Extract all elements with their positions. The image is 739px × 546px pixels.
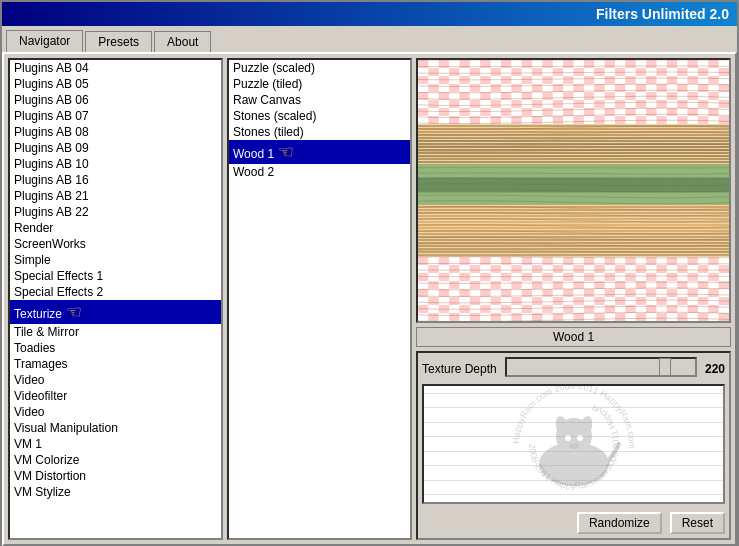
sidebar-item[interactable]: VM Stylize bbox=[10, 484, 221, 500]
sidebar-panel: Plugins AB 04Plugins AB 05Plugins AB 06P… bbox=[8, 58, 223, 540]
texture-depth-slider[interactable] bbox=[505, 357, 697, 377]
filter-list-item[interactable]: Puzzle (scaled) bbox=[229, 60, 410, 76]
sidebar-item[interactable]: Render bbox=[10, 220, 221, 236]
sidebar-item[interactable]: ScreenWorks bbox=[10, 236, 221, 252]
filter-list-item[interactable]: Stones (tiled) bbox=[229, 124, 410, 140]
app-title: Filters Unlimited 2.0 bbox=[596, 6, 729, 22]
slider-container bbox=[505, 357, 697, 380]
svg-text:2008-2011 HappyRam.com 2008-20: 2008-2011 HappyRam.com 2008-2011 HappyR bbox=[526, 402, 620, 491]
sidebar-item[interactable]: VM 1 bbox=[10, 436, 221, 452]
title-bar: Filters Unlimited 2.0 bbox=[2, 2, 737, 26]
filter-list-panel: Puzzle (scaled)Puzzle (tiled)Raw CanvasS… bbox=[227, 58, 412, 540]
sidebar-item[interactable]: Plugins AB 05 bbox=[10, 76, 221, 92]
sidebar-item[interactable]: Plugins AB 04 bbox=[10, 60, 221, 76]
tab-bar: Navigator Presets About bbox=[2, 26, 737, 52]
sidebar-item[interactable]: Videofilter bbox=[10, 388, 221, 404]
tab-about[interactable]: About bbox=[154, 31, 211, 52]
sidebar-item[interactable]: Special Effects 1 bbox=[10, 268, 221, 284]
sidebar-item[interactable]: Tile & Mirror bbox=[10, 324, 221, 340]
sidebar-item[interactable]: VM Distortion bbox=[10, 468, 221, 484]
filter-list-item[interactable]: Wood 1☞ bbox=[229, 140, 410, 164]
reset-button[interactable]: Reset bbox=[670, 512, 725, 534]
tab-navigator[interactable]: Navigator bbox=[6, 30, 83, 52]
preview-label: Wood 1 bbox=[416, 327, 731, 347]
texture-depth-row: Texture Depth 220 bbox=[422, 357, 725, 380]
sidebar-item[interactable]: Texturize☞ bbox=[10, 300, 221, 324]
texture-depth-label: Texture Depth bbox=[422, 362, 497, 376]
texture-depth-value: 220 bbox=[705, 362, 725, 376]
sidebar-item[interactable]: Plugins AB 06 bbox=[10, 92, 221, 108]
sidebar-item[interactable]: Plugins AB 08 bbox=[10, 124, 221, 140]
sidebar-item[interactable]: Video bbox=[10, 372, 221, 388]
sidebar-item[interactable]: Tramages bbox=[10, 356, 221, 372]
filter-list-item[interactable]: Puzzle (tiled) bbox=[229, 76, 410, 92]
preview-canvas bbox=[418, 60, 729, 321]
content-area: Plugins AB 04Plugins AB 05Plugins AB 06P… bbox=[2, 52, 737, 546]
preview-area bbox=[416, 58, 731, 323]
sidebar-item[interactable]: VM Colorize bbox=[10, 452, 221, 468]
sidebar-item[interactable]: Simple bbox=[10, 252, 221, 268]
sidebar-item[interactable]: Special Effects 2 bbox=[10, 284, 221, 300]
sidebar-item[interactable]: Toadies bbox=[10, 340, 221, 356]
watermark-area: HappyRam.com 2008-2011 HappyRam.com 2008… bbox=[422, 384, 725, 504]
tab-presets[interactable]: Presets bbox=[85, 31, 152, 52]
sidebar-item[interactable]: Plugins AB 21 bbox=[10, 188, 221, 204]
sidebar-item[interactable]: Visual Manipulation bbox=[10, 420, 221, 436]
filter-list-item[interactable]: Stones (scaled) bbox=[229, 108, 410, 124]
watermark-copyright: HappyRam.com 2008-2011 HappyRam.com 2008… bbox=[504, 384, 644, 504]
randomize-button[interactable]: Randomize bbox=[577, 512, 662, 534]
sidebar-item[interactable]: Plugins AB 09 bbox=[10, 140, 221, 156]
filter-list-item[interactable]: Raw Canvas bbox=[229, 92, 410, 108]
filter-list-item[interactable]: Wood 2 bbox=[229, 164, 410, 180]
controls-panel: Texture Depth 220 bbox=[416, 351, 731, 540]
sidebar-item[interactable]: Plugins AB 16 bbox=[10, 172, 221, 188]
sidebar-item[interactable]: Plugins AB 22 bbox=[10, 204, 221, 220]
sidebar-list[interactable]: Plugins AB 04Plugins AB 05Plugins AB 06P… bbox=[10, 60, 221, 538]
sidebar-item[interactable]: Video bbox=[10, 404, 221, 420]
right-section: Wood 1 Texture Depth 220 bbox=[416, 58, 731, 540]
sidebar-item[interactable]: Plugins AB 10 bbox=[10, 156, 221, 172]
sidebar-item[interactable]: Plugins AB 07 bbox=[10, 108, 221, 124]
randomize-reset-row: Randomize Reset bbox=[422, 512, 725, 534]
